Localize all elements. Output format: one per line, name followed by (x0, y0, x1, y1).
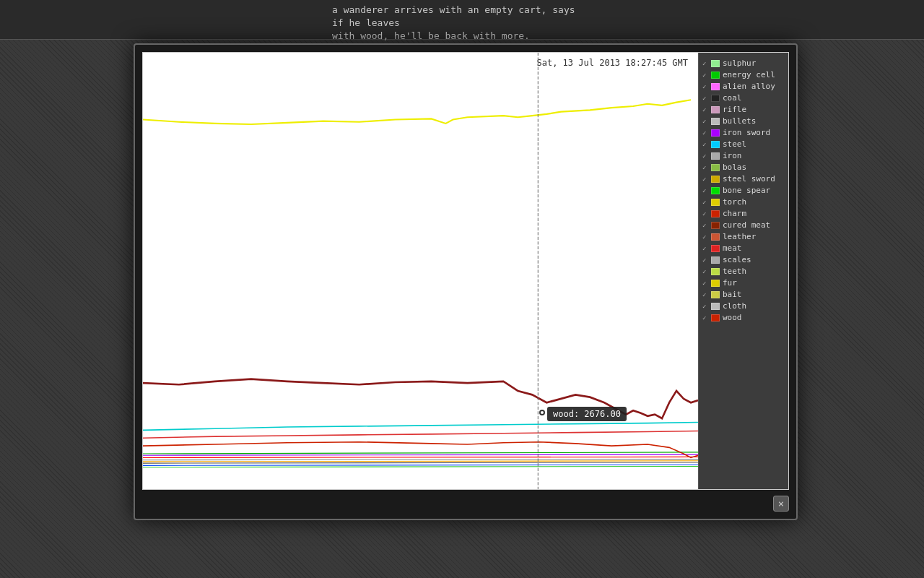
bg-line1: a wanderer arrives with an empty cart, s… (332, 4, 575, 28)
legend-label-leather: leather (723, 232, 756, 241)
background-text: a wanderer arrives with an empty cart, s… (332, 4, 592, 43)
legend-item-fur[interactable]: ✓fur (702, 278, 785, 288)
chart-tooltip: wood: 2676.00 (547, 407, 627, 421)
legend-item-alien-alloy[interactable]: ✓alien alloy (702, 82, 785, 91)
legend-item-coal[interactable]: ✓coal (702, 93, 785, 103)
legend-color-bait (711, 291, 720, 298)
legend-check-sulphur: ✓ (702, 60, 711, 67)
legend-check-leather: ✓ (702, 233, 711, 241)
legend-label-meat: meat (723, 243, 742, 253)
legend-label-bait: bait (723, 290, 742, 299)
legend-label-teeth: teeth (723, 267, 746, 276)
legend-check-bullets: ✓ (702, 118, 711, 125)
legend-item-bait[interactable]: ✓bait (702, 290, 785, 299)
legend-item-scales[interactable]: ✓scales (702, 255, 785, 264)
legend-color-rifle (711, 106, 720, 113)
legend-check-iron-sword: ✓ (702, 129, 711, 137)
legend-panel: ✓sulphur✓energy cell✓alien alloy✓coal✓ri… (698, 53, 788, 489)
legend-item-bullets[interactable]: ✓bullets (702, 116, 785, 126)
legend-color-iron (711, 152, 720, 160)
legend-check-steel-sword: ✓ (702, 176, 711, 183)
legend-label-cloth: cloth (723, 301, 746, 311)
legend-color-bullets (711, 118, 720, 125)
legend-item-wood[interactable]: ✓wood (702, 313, 785, 322)
legend-color-teeth (711, 268, 720, 275)
legend-check-fur: ✓ (702, 280, 711, 287)
legend-check-meat: ✓ (702, 245, 711, 252)
legend-item-iron[interactable]: ✓iron (702, 151, 785, 160)
legend-check-charm: ✓ (702, 210, 711, 217)
legend-color-torch (711, 199, 720, 206)
legend-check-cured-meat: ✓ (702, 222, 711, 229)
legend-item-iron-sword[interactable]: ✓iron sword (702, 128, 785, 137)
bg-line2: with wood, he'll be back with more. (332, 30, 530, 41)
legend-color-meat (711, 245, 720, 252)
legend-label-iron-sword: iron sword (723, 128, 770, 137)
legend-item-charm[interactable]: ✓charm (702, 209, 785, 218)
legend-item-bolas[interactable]: ✓bolas (702, 163, 785, 172)
legend-item-rifle[interactable]: ✓rifle (702, 105, 785, 114)
legend-check-teeth: ✓ (702, 268, 711, 275)
legend-check-alien-alloy: ✓ (702, 83, 711, 90)
legend-color-cured-meat (711, 222, 720, 229)
legend-color-steel (711, 141, 720, 148)
legend-item-meat[interactable]: ✓meat (702, 243, 785, 253)
legend-item-teeth[interactable]: ✓teeth (702, 267, 785, 276)
legend-check-bait: ✓ (702, 291, 711, 298)
legend-color-scales (711, 256, 720, 264)
legend-item-torch[interactable]: ✓torch (702, 197, 785, 207)
legend-label-bolas: bolas (723, 163, 746, 172)
legend-check-scales: ✓ (702, 256, 711, 264)
legend-color-cloth (711, 303, 720, 310)
chart-container: Sat, 13 Jul 2013 18:27:45 GMT (142, 52, 789, 490)
legend-color-leather (711, 233, 720, 241)
top-bar: a wanderer arrives with an empty cart, s… (0, 0, 924, 40)
legend-color-fur (711, 280, 720, 287)
legend-check-wood: ✓ (702, 314, 711, 322)
legend-check-steel: ✓ (702, 141, 711, 148)
legend-check-bolas: ✓ (702, 164, 711, 171)
legend-color-iron-sword (711, 129, 720, 137)
legend-check-iron: ✓ (702, 152, 711, 160)
legend-item-cloth[interactable]: ✓cloth (702, 301, 785, 311)
legend-color-sulphur (711, 60, 720, 67)
legend-label-charm: charm (723, 209, 746, 218)
legend-check-energy-cell: ✓ (702, 72, 711, 79)
legend-color-energy-cell (711, 72, 720, 79)
legend-item-steel[interactable]: ✓steel (702, 139, 785, 149)
legend-label-wood: wood (723, 313, 742, 322)
legend-color-bolas (711, 164, 720, 171)
chart-modal: Sat, 13 Jul 2013 18:27:45 GMT (134, 43, 798, 520)
legend-label-cured-meat: cured meat (723, 220, 770, 230)
close-button[interactable]: × (773, 496, 789, 512)
legend-item-sulphur[interactable]: ✓sulphur (702, 59, 785, 68)
chart-area: Sat, 13 Jul 2013 18:27:45 GMT (143, 53, 698, 489)
tooltip-dot (539, 410, 545, 415)
legend-item-leather[interactable]: ✓leather (702, 232, 785, 241)
legend-color-steel-sword (711, 176, 720, 183)
legend-color-bone-spear (711, 187, 720, 194)
legend-check-cloth: ✓ (702, 303, 711, 310)
legend-check-torch: ✓ (702, 199, 711, 206)
legend-check-rifle: ✓ (702, 106, 711, 113)
legend-label-fur: fur (723, 278, 737, 288)
legend-label-torch: torch (723, 197, 746, 207)
chart-svg (143, 53, 698, 489)
legend-color-alien-alloy (711, 83, 720, 90)
legend-label-energy-cell: energy cell (723, 70, 775, 79)
legend-label-bone-spear: bone spear (723, 186, 770, 195)
legend-label-rifle: rifle (723, 105, 746, 114)
legend-item-bone-spear[interactable]: ✓bone spear (702, 186, 785, 195)
legend-item-energy-cell[interactable]: ✓energy cell (702, 70, 785, 79)
legend-label-coal: coal (723, 93, 742, 103)
legend-label-steel: steel (723, 139, 746, 149)
legend-label-iron: iron (723, 151, 742, 160)
legend-item-steel-sword[interactable]: ✓steel sword (702, 174, 785, 184)
legend-color-charm (711, 210, 720, 217)
legend-label-sulphur: sulphur (723, 59, 756, 68)
legend-check-bone-spear: ✓ (702, 187, 711, 194)
legend-item-cured-meat[interactable]: ✓cured meat (702, 220, 785, 230)
legend-check-coal: ✓ (702, 95, 711, 102)
legend-label-steel-sword: steel sword (723, 174, 775, 184)
legend-color-wood (711, 314, 720, 322)
